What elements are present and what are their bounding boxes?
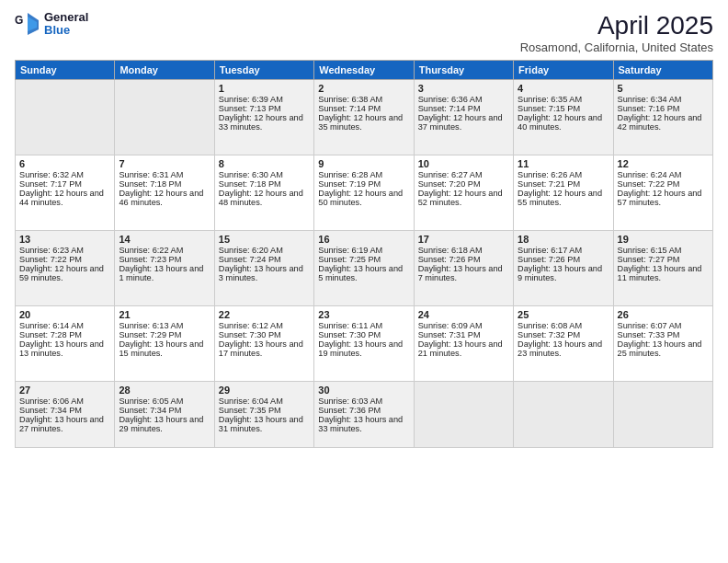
daylight-text: Daylight: 13 hours and 27 minutes. — [19, 415, 110, 433]
sunrise-text: Sunrise: 6:05 AM — [119, 396, 210, 406]
calendar-cell: 29Sunrise: 6:04 AMSunset: 7:35 PMDayligh… — [214, 382, 313, 448]
title-block: April 2025 Rosamond, California, United … — [520, 11, 713, 54]
day-number: 8 — [219, 158, 310, 169]
day-number: 17 — [418, 234, 509, 245]
calendar-cell — [414, 382, 513, 448]
sunrise-text: Sunrise: 6:34 AM — [618, 95, 709, 104]
calendar-cell: 18Sunrise: 6:17 AMSunset: 7:26 PMDayligh… — [514, 231, 613, 306]
sunrise-text: Sunrise: 6:15 AM — [618, 246, 709, 255]
sunrise-text: Sunrise: 6:03 AM — [318, 396, 409, 406]
day-number: 19 — [618, 234, 709, 245]
calendar-title: April 2025 — [520, 11, 713, 40]
calendar-cell: 21Sunrise: 6:13 AMSunset: 7:29 PMDayligh… — [115, 306, 214, 382]
sunrise-text: Sunrise: 6:08 AM — [518, 321, 609, 330]
calendar-cell: 15Sunrise: 6:20 AMSunset: 7:24 PMDayligh… — [214, 231, 313, 306]
daylight-text: Daylight: 13 hours and 11 minutes. — [618, 264, 709, 282]
day-number: 2 — [318, 83, 409, 94]
calendar-cell: 1Sunrise: 6:39 AMSunset: 7:13 PMDaylight… — [214, 80, 313, 155]
daylight-text: Daylight: 12 hours and 37 minutes. — [418, 113, 509, 132]
sunrise-text: Sunrise: 6:06 AM — [19, 396, 110, 406]
sunset-text: Sunset: 7:19 PM — [318, 179, 409, 189]
day-number: 29 — [219, 385, 310, 396]
sunrise-text: Sunrise: 6:20 AM — [219, 246, 310, 255]
calendar-cell: 17Sunrise: 6:18 AMSunset: 7:26 PMDayligh… — [414, 231, 513, 306]
sunset-text: Sunset: 7:35 PM — [219, 406, 310, 415]
sunset-text: Sunset: 7:33 PM — [618, 330, 709, 339]
calendar-cell — [115, 80, 214, 155]
day-number: 10 — [418, 158, 509, 169]
calendar-cell: 25Sunrise: 6:08 AMSunset: 7:32 PMDayligh… — [514, 306, 613, 382]
calendar-cell: 11Sunrise: 6:26 AMSunset: 7:21 PMDayligh… — [514, 155, 613, 231]
day-number: 15 — [219, 234, 310, 245]
sunrise-text: Sunrise: 6:22 AM — [119, 246, 210, 255]
calendar-cell — [514, 382, 613, 448]
day-number: 12 — [618, 158, 709, 169]
daylight-text: Daylight: 12 hours and 33 minutes. — [219, 113, 310, 132]
day-number: 13 — [19, 234, 110, 245]
daylight-text: Daylight: 13 hours and 33 minutes. — [318, 415, 409, 433]
daylight-text: Daylight: 13 hours and 1 minute. — [119, 264, 210, 282]
calendar-week-row: 1Sunrise: 6:39 AMSunset: 7:13 PMDaylight… — [16, 80, 713, 155]
calendar-week-row: 6Sunrise: 6:32 AMSunset: 7:17 PMDaylight… — [16, 155, 713, 231]
day-number: 1 — [219, 83, 310, 94]
sunset-text: Sunset: 7:18 PM — [119, 179, 210, 189]
day-number: 24 — [418, 309, 509, 320]
sunrise-text: Sunrise: 6:36 AM — [418, 95, 509, 104]
sunset-text: Sunset: 7:32 PM — [518, 330, 609, 339]
day-number: 5 — [618, 83, 709, 94]
calendar-cell: 8Sunrise: 6:30 AMSunset: 7:18 PMDaylight… — [214, 155, 313, 231]
calendar-cell: 9Sunrise: 6:28 AMSunset: 7:19 PMDaylight… — [314, 155, 414, 231]
daylight-text: Daylight: 12 hours and 40 minutes. — [518, 113, 609, 132]
day-number: 22 — [219, 309, 310, 320]
sunrise-text: Sunrise: 6:11 AM — [318, 321, 409, 330]
daylight-text: Daylight: 13 hours and 5 minutes. — [318, 264, 409, 282]
calendar-cell: 13Sunrise: 6:23 AMSunset: 7:22 PMDayligh… — [16, 231, 115, 306]
calendar-day-header: Sunday — [16, 61, 115, 80]
calendar-day-header: Wednesday — [314, 61, 414, 80]
calendar-cell: 30Sunrise: 6:03 AMSunset: 7:36 PMDayligh… — [314, 382, 414, 448]
day-number: 3 — [418, 83, 509, 94]
daylight-text: Daylight: 13 hours and 31 minutes. — [219, 415, 310, 433]
calendar-cell: 28Sunrise: 6:05 AMSunset: 7:34 PMDayligh… — [115, 382, 214, 448]
calendar-week-row: 20Sunrise: 6:14 AMSunset: 7:28 PMDayligh… — [16, 306, 713, 382]
daylight-text: Daylight: 12 hours and 55 minutes. — [518, 189, 609, 207]
calendar-table: SundayMondayTuesdayWednesdayThursdayFrid… — [15, 60, 713, 448]
daylight-text: Daylight: 13 hours and 13 minutes. — [19, 339, 110, 358]
calendar-cell: 10Sunrise: 6:27 AMSunset: 7:20 PMDayligh… — [414, 155, 513, 231]
day-number: 30 — [318, 385, 409, 396]
sunrise-text: Sunrise: 6:27 AM — [418, 170, 509, 179]
calendar-cell: 6Sunrise: 6:32 AMSunset: 7:17 PMDaylight… — [16, 155, 115, 231]
sunrise-text: Sunrise: 6:19 AM — [318, 246, 409, 255]
sunset-text: Sunset: 7:23 PM — [119, 255, 210, 264]
day-number: 21 — [119, 309, 210, 320]
calendar-cell: 27Sunrise: 6:06 AMSunset: 7:34 PMDayligh… — [16, 382, 115, 448]
sunset-text: Sunset: 7:27 PM — [618, 255, 709, 264]
day-number: 16 — [318, 234, 409, 245]
day-number: 14 — [119, 234, 210, 245]
calendar-week-row: 27Sunrise: 6:06 AMSunset: 7:34 PMDayligh… — [16, 382, 713, 448]
sunset-text: Sunset: 7:26 PM — [418, 255, 509, 264]
calendar-cell: 16Sunrise: 6:19 AMSunset: 7:25 PMDayligh… — [314, 231, 414, 306]
daylight-text: Daylight: 12 hours and 52 minutes. — [418, 189, 509, 207]
sunrise-text: Sunrise: 6:24 AM — [618, 170, 709, 179]
daylight-text: Daylight: 13 hours and 25 minutes. — [618, 339, 709, 358]
day-number: 18 — [518, 234, 609, 245]
day-number: 11 — [518, 158, 609, 169]
sunset-text: Sunset: 7:21 PM — [518, 179, 609, 189]
daylight-text: Daylight: 12 hours and 57 minutes. — [618, 189, 709, 207]
daylight-text: Daylight: 13 hours and 23 minutes. — [518, 339, 609, 358]
daylight-text: Daylight: 12 hours and 42 minutes. — [618, 113, 709, 132]
day-number: 6 — [19, 158, 110, 169]
sunrise-text: Sunrise: 6:38 AM — [318, 95, 409, 104]
sunrise-text: Sunrise: 6:09 AM — [418, 321, 509, 330]
daylight-text: Daylight: 13 hours and 17 minutes. — [219, 339, 310, 358]
daylight-text: Daylight: 12 hours and 50 minutes. — [318, 189, 409, 207]
sunrise-text: Sunrise: 6:17 AM — [518, 246, 609, 255]
calendar-cell: 23Sunrise: 6:11 AMSunset: 7:30 PMDayligh… — [314, 306, 414, 382]
sunrise-text: Sunrise: 6:39 AM — [219, 95, 310, 104]
sunset-text: Sunset: 7:36 PM — [318, 406, 409, 415]
logo-icon: G — [15, 11, 40, 37]
sunrise-text: Sunrise: 6:07 AM — [618, 321, 709, 330]
day-number: 23 — [318, 309, 409, 320]
svg-text:G: G — [15, 14, 23, 27]
